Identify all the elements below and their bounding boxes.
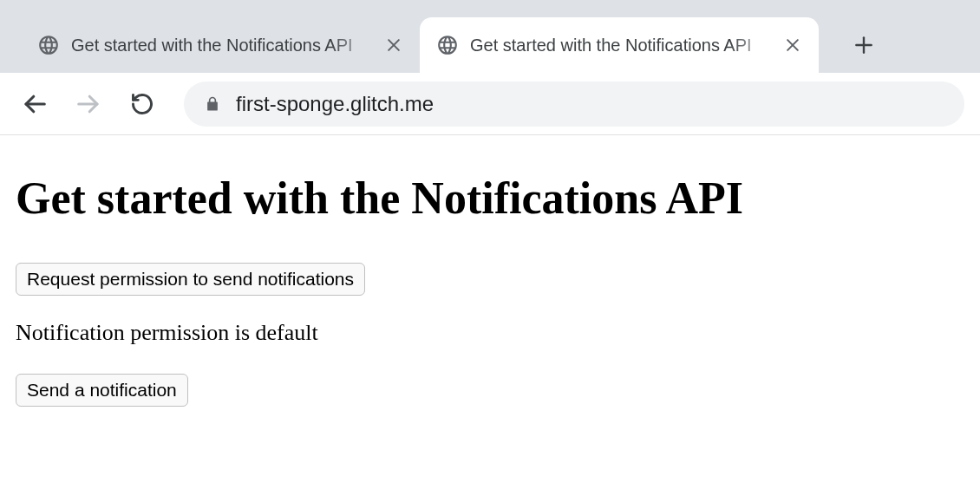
close-icon[interactable] <box>782 35 803 55</box>
forward-button[interactable] <box>69 85 108 123</box>
back-button[interactable] <box>16 85 54 123</box>
close-icon[interactable] <box>383 35 404 55</box>
permission-status-text: Notification permission is default <box>16 320 964 346</box>
reload-button[interactable] <box>123 85 161 123</box>
browser-tab-0[interactable]: Get started with the Notifications API <box>21 17 420 73</box>
browser-toolbar: first-sponge.glitch.me <box>0 73 980 135</box>
browser-tab-1[interactable]: Get started with the Notifications API <box>420 17 819 73</box>
globe-icon <box>435 33 460 57</box>
send-notification-button[interactable]: Send a notification <box>16 374 188 407</box>
address-bar[interactable]: first-sponge.glitch.me <box>184 82 964 127</box>
page-heading: Get started with the Notifications API <box>16 173 964 223</box>
lock-icon <box>203 95 222 114</box>
page-content: Get started with the Notifications API R… <box>0 135 980 427</box>
new-tab-button[interactable] <box>840 21 888 69</box>
tab-title: Get started with the Notifications API <box>470 36 775 55</box>
url-text: first-sponge.glitch.me <box>236 92 434 116</box>
tab-strip: Get started with the Notifications API G… <box>0 0 980 73</box>
tab-title: Get started with the Notifications API <box>71 36 376 55</box>
request-permission-button[interactable]: Request permission to send notifications <box>16 263 365 296</box>
globe-icon <box>36 33 61 57</box>
